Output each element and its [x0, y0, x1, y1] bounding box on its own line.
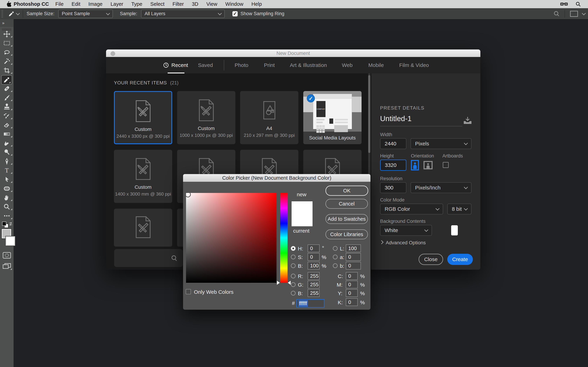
menu-3d[interactable]: 3D: [192, 1, 198, 7]
gradient-tool[interactable]: [0, 130, 13, 138]
sample-dropdown[interactable]: All Layers: [141, 10, 225, 18]
tab-web[interactable]: Web: [342, 57, 353, 73]
swap-colors-icon[interactable]: [8, 221, 13, 226]
search-icon[interactable]: [553, 10, 560, 17]
lab-l-radio[interactable]: [333, 246, 337, 251]
menu-image[interactable]: Image: [88, 1, 103, 7]
sample-size-dropdown[interactable]: Point Sample: [58, 10, 113, 18]
ok-button[interactable]: OK: [326, 186, 368, 196]
menu-view[interactable]: View: [206, 1, 217, 7]
background-color-swatch[interactable]: [6, 236, 15, 246]
cancel-button[interactable]: Cancel: [326, 199, 368, 209]
color-mode-dropdown[interactable]: RGB Color: [380, 204, 443, 214]
lab-a-radio[interactable]: [333, 255, 337, 259]
tab-saved[interactable]: Saved: [198, 57, 213, 73]
resolution-unit-dropdown[interactable]: Pixels/Inch: [411, 182, 471, 193]
shape-tool[interactable]: [0, 184, 13, 193]
menu-type[interactable]: Type: [131, 1, 142, 7]
c-input[interactable]: 0: [346, 272, 358, 280]
a-input[interactable]: 0: [346, 253, 361, 261]
clone-stamp-tool[interactable]: [0, 102, 13, 111]
rectangular-marquee-tool[interactable]: [0, 39, 13, 48]
eraser-tool[interactable]: [0, 121, 13, 129]
g-input[interactable]: 255: [308, 281, 320, 288]
crop-tool[interactable]: [0, 66, 13, 75]
color-field-marker[interactable]: [186, 193, 191, 197]
recent-card-partial[interactable]: [114, 209, 172, 247]
type-tool[interactable]: T: [0, 166, 13, 175]
lab-b-input[interactable]: 0: [346, 262, 361, 269]
options-bar-grip[interactable]: [1, 10, 3, 18]
lasso-tool[interactable]: [0, 48, 13, 57]
hue-slider-right-handle[interactable]: [288, 281, 291, 285]
magic-wand-tool[interactable]: [0, 57, 13, 66]
new-document-titlebar[interactable]: New Document: [106, 50, 480, 57]
brightness-radio[interactable]: [291, 263, 295, 268]
tab-mobile[interactable]: Mobile: [368, 57, 384, 73]
saturation-radio[interactable]: [291, 255, 295, 259]
create-button[interactable]: Create: [447, 254, 473, 265]
glasses-menu-extra-icon[interactable]: [560, 2, 568, 7]
tab-photo[interactable]: Photo: [235, 57, 248, 73]
hue-slider-left-handle[interactable]: [277, 281, 280, 285]
menu-file[interactable]: File: [55, 1, 63, 7]
b-input[interactable]: 100: [308, 262, 320, 269]
menu-layer[interactable]: Layer: [111, 1, 123, 7]
chevron-down-icon[interactable]: [582, 11, 586, 15]
color-picker-titlebar[interactable]: Color Picker (New Document Background Co…: [183, 174, 371, 182]
k-input[interactable]: 0: [346, 298, 358, 306]
background-color-swatch[interactable]: [451, 225, 458, 235]
menu-edit[interactable]: Edit: [72, 1, 80, 7]
history-brush-tool[interactable]: [0, 111, 13, 120]
menu-window[interactable]: Window: [225, 1, 243, 7]
quick-mask-button[interactable]: [2, 252, 11, 259]
spotlight-search-icon[interactable]: [575, 1, 581, 7]
window-close-circle[interactable]: [111, 51, 115, 56]
bit-depth-dropdown[interactable]: 8 bit: [447, 204, 471, 214]
screen-mode-button[interactable]: [2, 262, 11, 270]
menu-help[interactable]: Help: [251, 1, 262, 7]
red-radio[interactable]: [291, 274, 295, 278]
recent-card-custom-2440[interactable]: Custom 2440 x 3300 px @ 300 ppi: [114, 91, 172, 144]
hue-radio[interactable]: [291, 246, 295, 251]
hand-tool[interactable]: [0, 193, 13, 202]
save-preset-icon[interactable]: [463, 117, 472, 124]
advanced-options-toggle[interactable]: Advanced Options: [380, 240, 426, 246]
tab-print[interactable]: Print: [264, 57, 275, 73]
tab-recent[interactable]: Recent: [163, 57, 188, 73]
background-contents-dropdown[interactable]: White: [380, 225, 432, 236]
b2-input[interactable]: 255: [308, 289, 320, 297]
hue-slider[interactable]: [280, 193, 287, 283]
show-sampling-ring-checkbox[interactable]: ✓: [232, 11, 238, 17]
only-web-colors-checkbox[interactable]: [186, 289, 191, 294]
recent-items-scrollbar-thumb[interactable]: [368, 75, 370, 153]
document-name-field[interactable]: Untitled-1: [380, 115, 412, 123]
recent-card-custom-1400[interactable]: Custom 1400 x 3000 mm @ 360 ppi: [114, 150, 172, 203]
tab-art-illustration[interactable]: Art & Illustration: [290, 57, 327, 73]
tab-film-video[interactable]: Film & Video: [399, 57, 429, 73]
menu-select[interactable]: Select: [150, 1, 164, 7]
hex-input[interactable]: ffffff: [296, 299, 324, 308]
tool-preset-chevron-icon[interactable]: [16, 11, 20, 15]
close-button[interactable]: Close: [419, 254, 443, 265]
recent-card-custom-1000[interactable]: Custom 1000 x 1000 px @ 300 ppi: [177, 91, 235, 144]
m-input[interactable]: 0: [346, 281, 358, 288]
saturation-brightness-field[interactable]: [186, 193, 277, 283]
move-tool[interactable]: [0, 30, 13, 38]
h-input[interactable]: 0: [308, 244, 320, 252]
s-input[interactable]: 0: [308, 253, 320, 261]
template-search-field[interactable]: [114, 249, 183, 267]
r-input[interactable]: 255: [308, 272, 320, 280]
width-unit-dropdown[interactable]: Pixels: [411, 138, 471, 149]
resolution-input[interactable]: 300: [380, 182, 406, 193]
eyedropper-options-icon[interactable]: [8, 10, 15, 17]
l-input[interactable]: 100: [346, 244, 361, 252]
menu-app-name[interactable]: Photoshop CC: [14, 1, 49, 7]
apple-menu-icon[interactable]: [5, 1, 11, 8]
eyedropper-tool[interactable]: [1, 75, 12, 84]
width-input[interactable]: 2440: [380, 138, 406, 149]
blue-radio[interactable]: [291, 291, 295, 296]
dodge-tool[interactable]: [0, 148, 13, 157]
color-libraries-button[interactable]: Color Libraries: [326, 229, 368, 239]
recent-card-social-media-layouts[interactable]: COMPANY ✓ Social Media Layouts: [303, 91, 362, 144]
